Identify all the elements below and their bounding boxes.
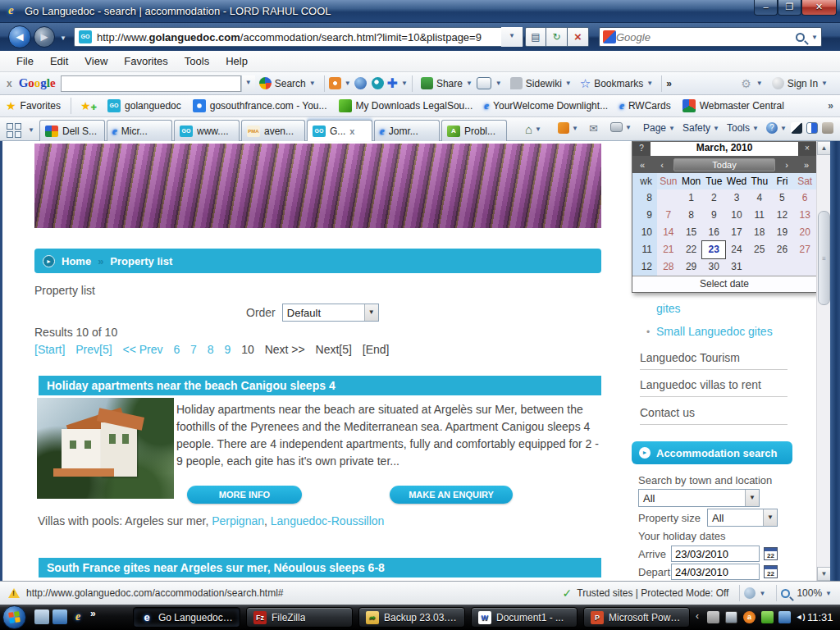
zoom-level[interactable]: 100%	[797, 587, 822, 599]
calendar-close-button[interactable]: ×	[798, 142, 816, 156]
calendar-day-selected[interactable]: 23	[702, 241, 725, 258]
donut-icon[interactable]	[329, 77, 341, 89]
volume-tray-icon[interactable]: ◄)	[794, 611, 806, 623]
toolbar-search-input[interactable]	[61, 75, 241, 92]
tab-aven[interactable]: PMA aven...	[241, 120, 305, 141]
safety-menu[interactable]: Safety▼	[682, 122, 719, 134]
tab-list-dropdown-icon[interactable]: ▼	[28, 126, 34, 134]
display-tray-icon[interactable]	[725, 611, 737, 623]
quicklaunch-more-icon[interactable]: »	[90, 608, 96, 619]
calendar-day[interactable]: 3	[725, 189, 748, 207]
favorite-item[interactable]: e YourWelcome Downlight...	[478, 99, 614, 112]
calendar-day[interactable]: 7	[657, 207, 680, 224]
close-tab-icon[interactable]: x	[349, 126, 354, 136]
power-tray-icon[interactable]	[761, 611, 774, 623]
taskbar-button-powerpoint[interactable]: P Microsoft Powe...	[583, 607, 690, 628]
search-dropdown-icon[interactable]: ▼	[811, 34, 818, 41]
tools-menu[interactable]: Tools▼	[727, 122, 759, 134]
favorite-item[interactable]: Webmaster Central	[677, 99, 790, 112]
start-button[interactable]	[2, 605, 26, 629]
page-prev-link[interactable]: << Prev	[123, 343, 163, 356]
toolbar-search-dropdown-icon[interactable]: ▼	[241, 75, 255, 92]
calendar-day[interactable]: 28	[657, 258, 680, 276]
search-magnifier-icon[interactable]	[796, 33, 805, 42]
taskbar-button-backup[interactable]: ➦ Backup 23.03.10	[358, 607, 465, 628]
arrive-date-input[interactable]	[671, 546, 760, 562]
sidewiki-button[interactable]: Sidewiki▼	[506, 75, 576, 91]
sidebar-link-small-gites[interactable]: Small Languedoc gites	[656, 325, 773, 338]
page-start-link[interactable]: [Start]	[34, 343, 65, 356]
sign-in-button[interactable]: Sign In▼	[768, 75, 832, 91]
tag-link-languedoc[interactable]: Languedoc-Roussillon	[271, 514, 385, 527]
page-menu[interactable]: Page▼	[643, 122, 675, 134]
location-select[interactable]: All ▼	[638, 489, 760, 507]
calendar-day[interactable]: 20	[793, 224, 816, 241]
depart-date-input[interactable]	[671, 564, 760, 580]
add-favorite-icon[interactable]: ★✚	[75, 99, 102, 112]
calendar-day[interactable]: 19	[771, 224, 794, 241]
calendar-day[interactable]: 5	[771, 189, 794, 207]
calendar-day[interactable]: 6	[793, 189, 816, 207]
home-button[interactable]: ⌂▼	[525, 122, 541, 136]
print-button[interactable]: ▼	[610, 122, 632, 132]
globe-icon[interactable]	[354, 77, 367, 89]
window-layout-icon[interactable]	[477, 77, 491, 89]
scroll-thumb[interactable]: ≡	[818, 211, 830, 305]
vertical-scrollbar[interactable]: ▲ ≡ ▼	[816, 141, 830, 581]
maximize-button[interactable]: ❐	[778, 0, 801, 16]
sidebar-item-contact[interactable]: Contact us	[640, 406, 695, 419]
back-button[interactable]: ◄	[8, 25, 31, 48]
calendar-prev-month-button[interactable]: ‹	[652, 160, 672, 170]
calendar-day[interactable]: 8	[680, 207, 703, 224]
calendar-day[interactable]: 31	[725, 258, 748, 276]
property-photo[interactable]	[37, 398, 174, 499]
sidebar-item-villas[interactable]: Languedoc villas to rent	[640, 378, 761, 391]
page-7-link[interactable]: 7	[190, 343, 197, 356]
page-9-link[interactable]: 9	[224, 343, 231, 356]
accommodation-search-header[interactable]: ► Accommodation search	[632, 441, 792, 464]
favorite-item[interactable]: GO golanguedoc	[102, 99, 187, 112]
calendar-day[interactable]: 24	[725, 241, 748, 258]
close-button[interactable]: ✕	[801, 0, 837, 16]
calendar-help-button[interactable]: ?	[632, 142, 651, 156]
rss-button[interactable]: ▼	[558, 122, 578, 134]
tab-dell[interactable]: Dell S...	[39, 120, 105, 141]
menu-edit[interactable]: Edit	[42, 52, 76, 70]
favorite-item[interactable]: e RWCards	[614, 99, 677, 112]
taskbar-button-filezilla[interactable]: Fz FileZilla	[246, 607, 353, 628]
favorite-item[interactable]: My Downloads LegalSou...	[333, 99, 479, 112]
calendar-day[interactable]: 13	[793, 207, 816, 224]
window-switcher-icon[interactable]	[52, 609, 67, 624]
calendar-prev-year-button[interactable]: «	[632, 160, 652, 170]
refresh-button[interactable]: ↻	[546, 27, 568, 47]
zoom-dropdown-icon[interactable]: ▼	[825, 590, 832, 597]
calendar-day[interactable]: 26	[771, 241, 794, 258]
calendar-select-date[interactable]: Select date	[632, 276, 816, 292]
page-prev5-link[interactable]: Prev[5]	[75, 343, 112, 356]
calendar-day[interactable]: 21	[657, 241, 680, 258]
quick-tabs-icon[interactable]	[7, 123, 21, 138]
calendar-day[interactable]: 2	[702, 189, 725, 207]
tab-jomr[interactable]: e Jomr...	[374, 120, 440, 141]
mail-button[interactable]: ✉	[589, 122, 598, 135]
calendar-day[interactable]	[793, 258, 816, 276]
page-8-link[interactable]: 8	[208, 343, 214, 356]
menu-favorites[interactable]: Favorites	[116, 52, 176, 70]
calendar-day[interactable]: 25	[748, 241, 771, 258]
toolbar-extension-icon-3[interactable]	[822, 122, 833, 134]
toolbar-search-button[interactable]: Search▼	[255, 75, 320, 91]
taskbar-button-document1[interactable]: W Document1 - ...	[471, 607, 578, 628]
location-select-dropdown-icon[interactable]: ▼	[745, 490, 759, 506]
zone-icon[interactable]	[744, 587, 756, 599]
more-info-button[interactable]: MORE INFO	[187, 486, 302, 504]
calendar-today-button[interactable]: Today	[673, 158, 775, 171]
calendar-next-month-button[interactable]: ›	[777, 160, 797, 170]
tag-link-perpignan[interactable]: Perpignan	[212, 514, 264, 527]
forward-button[interactable]: ►	[34, 26, 55, 48]
favorites-more-icon[interactable]: »	[828, 100, 833, 112]
address-bar[interactable]: GO http://www.golanguedoc.com/accommodat…	[74, 27, 523, 47]
swirl-icon[interactable]	[372, 77, 384, 89]
calendar-next-year-button[interactable]: »	[797, 160, 816, 170]
calendar-day[interactable]: 27	[793, 241, 816, 258]
minimize-button[interactable]: –	[754, 0, 778, 16]
